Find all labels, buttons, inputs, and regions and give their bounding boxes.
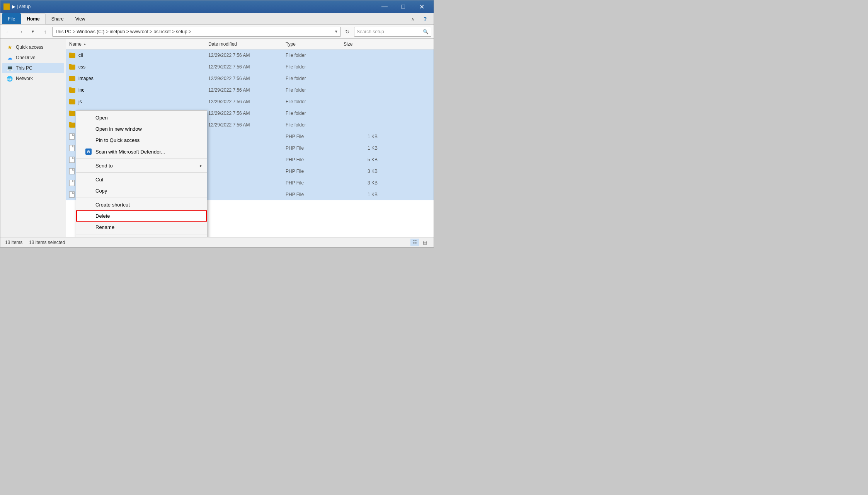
large-icons-view-button[interactable]: ▤ [420, 239, 429, 246]
ctx-properties[interactable]: Properties [76, 236, 207, 237]
svg-rect-0 [4, 6, 9, 9]
ribbon-tabs: File Home Share View ∧ ? [0, 13, 434, 24]
address-dropdown-icon: ▼ [334, 29, 338, 34]
folder-icon [69, 88, 75, 93]
details-view-button[interactable]: ☷ [410, 239, 419, 246]
search-input[interactable] [357, 29, 423, 34]
folder-icon [69, 123, 75, 128]
context-menu: Open Open in new window Pin to Quick acc… [76, 110, 207, 237]
back-button[interactable]: ← [3, 27, 14, 37]
ctx-separator-2 [76, 172, 207, 173]
sidebar-item-label: OneDrive [16, 55, 36, 60]
folder-icon [69, 53, 75, 58]
explorer-window: ▶ | setup — □ ✕ File Home Share View ∧ ?… [0, 0, 434, 248]
network-icon: 🌐 [6, 75, 14, 82]
ctx-delete[interactable]: Delete [76, 210, 207, 222]
tab-home[interactable]: Home [21, 14, 45, 24]
help-btn[interactable]: ? [420, 14, 431, 24]
tab-share[interactable]: Share [46, 13, 70, 24]
php-file-icon [69, 157, 75, 163]
selection-info: 13 items selected [29, 240, 65, 245]
sort-arrow-icon: ▲ [83, 42, 87, 46]
folder-icon [69, 99, 75, 104]
sidebar: ★ Quick access ☁ OneDrive 💻 This PC 🌐 [0, 39, 66, 237]
table-row[interactable]: inc 12/29/2022 7:56 AM File folder [66, 84, 434, 96]
close-button[interactable]: ✕ [413, 0, 431, 13]
window-controls: — □ ✕ [376, 0, 431, 13]
sidebar-item-network[interactable]: 🌐 Network [2, 73, 64, 84]
folder-icon [69, 111, 75, 116]
file-cell-name: images [69, 76, 208, 81]
col-header-name[interactable]: Name ▲ [69, 41, 208, 47]
forward-button[interactable]: → [15, 27, 26, 37]
title-bar: ▶ | setup — □ ✕ [0, 0, 434, 13]
up-button[interactable]: ↑ [40, 27, 51, 37]
ctx-submenu-arrow: ► [199, 164, 203, 168]
items-count: 13 items [5, 240, 22, 245]
status-bar: 13 items 13 items selected ☷ ▤ [0, 237, 434, 247]
ribbon-collapse-btn[interactable]: ∧ [407, 14, 418, 24]
php-file-icon [69, 180, 75, 186]
col-header-type[interactable]: Type [286, 41, 344, 47]
onedrive-icon: ☁ [6, 55, 14, 61]
ctx-separator-1 [76, 159, 207, 159]
table-row[interactable]: css 12/29/2022 7:56 AM File folder [66, 61, 434, 73]
ctx-separator-3 [76, 198, 207, 198]
search-box[interactable]: 🔍 [354, 27, 431, 37]
tab-file[interactable]: File [2, 13, 21, 24]
php-file-icon [69, 133, 75, 140]
folder-icon [69, 76, 75, 81]
php-file-icon [69, 145, 75, 151]
ctx-pin-quick-access[interactable]: Pin to Quick access [76, 135, 207, 146]
address-bar[interactable]: This PC > Windows (C:) > inetpub > wwwro… [52, 27, 341, 37]
view-controls: ☷ ▤ [410, 239, 429, 246]
window-icon [3, 3, 10, 10]
file-cell-name: inc [69, 87, 208, 93]
folder-icon [69, 65, 75, 70]
sidebar-item-label: Network [16, 76, 33, 81]
sidebar-item-this-pc[interactable]: 💻 This PC [2, 63, 64, 73]
ctx-scan-defender[interactable]: W Scan with Microsoft Defender... [76, 146, 207, 157]
ribbon: File Home Share View ∧ ? [0, 13, 434, 25]
sidebar-item-onedrive[interactable]: ☁ OneDrive [2, 53, 64, 63]
col-header-size[interactable]: Size [344, 41, 382, 47]
ctx-rename[interactable]: Rename [76, 222, 207, 233]
this-pc-icon: 💻 [6, 65, 14, 71]
address-bar-row: ← → ▼ ↑ This PC > Windows (C:) > inetpub… [0, 25, 434, 39]
ctx-cut[interactable]: Cut [76, 174, 207, 185]
main-content: ★ Quick access ☁ OneDrive 💻 This PC 🌐 [0, 39, 434, 237]
search-icon: 🔍 [423, 29, 429, 34]
ctx-separator-4 [76, 234, 207, 234]
table-row[interactable]: images 12/29/2022 7:56 AM File folder [66, 73, 434, 84]
col-header-date[interactable]: Date modified [208, 41, 286, 47]
refresh-button[interactable]: ↻ [342, 27, 352, 37]
ctx-open[interactable]: Open [76, 112, 207, 123]
minimize-button[interactable]: — [376, 0, 393, 13]
sidebar-item-label: This PC [16, 65, 32, 71]
maximize-button[interactable]: □ [394, 0, 412, 13]
file-cell-name: cli [69, 53, 208, 58]
file-cell-name: css [69, 64, 208, 70]
column-header: Name ▲ Date modified Type Size [66, 39, 434, 50]
ctx-defender-icon: W [84, 148, 93, 155]
svg-rect-1 [4, 5, 6, 6]
ctx-open-new-window[interactable]: Open in new window [76, 123, 207, 135]
ctx-copy[interactable]: Copy [76, 185, 207, 196]
tab-view[interactable]: View [70, 13, 91, 24]
sidebar-item-quick-access[interactable]: ★ Quick access [2, 42, 64, 52]
table-row[interactable]: cli 12/29/2022 7:56 AM File folder [66, 50, 434, 61]
php-file-icon [69, 191, 75, 198]
file-cell-name: js [69, 99, 208, 104]
table-row[interactable]: js 12/29/2022 7:56 AM File folder [66, 96, 434, 108]
status-info: 13 items 13 items selected [5, 240, 65, 245]
window-title: ▶ | setup [12, 4, 376, 9]
sidebar-item-label: Quick access [16, 44, 43, 50]
ctx-send-to[interactable]: Send to ► [76, 160, 207, 171]
recent-locations-button[interactable]: ▼ [27, 27, 38, 37]
php-file-icon [69, 168, 75, 174]
quick-access-icon: ★ [6, 44, 14, 50]
ctx-create-shortcut[interactable]: Create shortcut [76, 199, 207, 210]
address-path: This PC > Windows (C:) > inetpub > wwwro… [55, 29, 333, 34]
